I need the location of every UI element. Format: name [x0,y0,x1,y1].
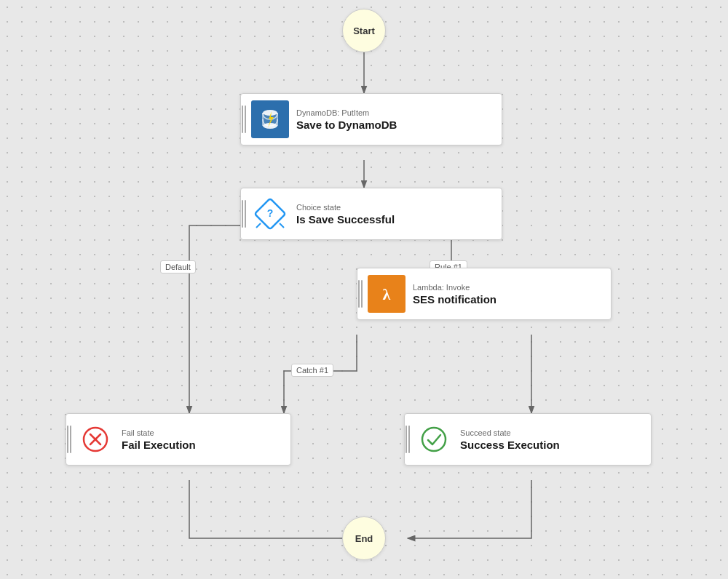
succeed-icon [415,420,453,458]
svg-text:λ: λ [383,285,391,303]
svg-line-12 [256,223,261,228]
fail-text: Fail state Fail Execution [119,423,205,457]
diagram-container: Start DynamoDB: PutItem [0,0,728,579]
parallel-bar-succeed [405,414,411,465]
succeed-node[interactable]: Succeed state Success Execution [404,413,652,466]
parallel-bar-lambda [357,268,363,319]
parallel-bar-choice [241,188,247,239]
fail-node[interactable]: Fail state Fail Execution [66,413,291,466]
choice-icon: ? [251,195,289,233]
succeed-text: Succeed state Success Execution [457,423,569,457]
lambda-icon: λ [368,275,405,313]
fail-subtitle: Fail state [122,428,196,437]
choice-text: Choice state Is Save Successful [293,197,403,231]
parallel-bar [241,94,247,145]
choice-node[interactable]: ? Choice state Is Save Successful [240,188,502,240]
dynamodb-node[interactable]: DynamoDB: PutItem Save to DynamoDB [240,93,502,145]
fail-icon [76,420,114,458]
succeed-title: Success Execution [460,439,560,451]
dynamodb-icon [251,100,289,138]
start-label: Start [353,25,375,36]
choice-title: Is Save Successful [296,213,395,225]
end-label: End [355,533,373,544]
succeed-subtitle: Succeed state [460,428,560,437]
lambda-title: SES notification [413,293,496,306]
lambda-node[interactable]: λ Lambda: Invoke SES notification [357,268,612,320]
svg-point-18 [422,428,446,451]
lambda-text: Lambda: Invoke SES notification [410,277,505,311]
dynamodb-text: DynamoDB: PutItem Save to DynamoDB [293,103,405,137]
fail-title: Fail Execution [122,439,196,451]
end-node[interactable]: End [342,516,386,560]
lambda-subtitle: Lambda: Invoke [413,283,496,292]
svg-line-13 [280,223,284,228]
catch-label: Catch #1 [291,364,333,377]
svg-text:?: ? [267,207,274,219]
dynamodb-title: Save to DynamoDB [296,119,397,131]
parallel-bar-fail [66,414,72,465]
start-node[interactable]: Start [342,9,386,52]
dynamodb-subtitle: DynamoDB: PutItem [296,108,397,117]
default-label: Default [160,260,196,273]
choice-subtitle: Choice state [296,203,395,212]
